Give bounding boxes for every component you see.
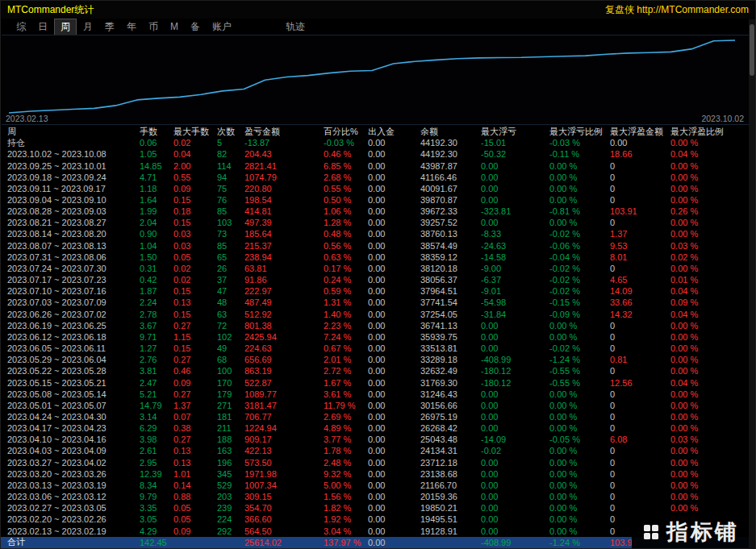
table-row[interactable]: 2023.08.28 ~ 2023.09.031.990.1885414.811… xyxy=(1,206,750,217)
cell-mflp: -1.24 % xyxy=(549,538,610,547)
tab-综[interactable]: 综 xyxy=(10,19,31,35)
cell-count: 72 xyxy=(217,321,244,331)
cell-balance: 32632.49 xyxy=(420,366,481,376)
column-header-balance[interactable]: 余额 xyxy=(420,126,481,138)
cell-mfp: 103.91 xyxy=(610,206,670,216)
tab-备[interactable]: 备 xyxy=(185,19,206,35)
cell-mfp: 14.09 xyxy=(610,286,670,296)
cell-mfl: 0.00 xyxy=(481,218,549,227)
cell-count: 196 xyxy=(217,458,244,468)
tab-币[interactable]: 币 xyxy=(143,19,164,35)
cell-mflp: 0.00 % xyxy=(549,161,610,171)
cell-mfpp: 0.03 % xyxy=(670,241,743,251)
table-row[interactable]: 2023.09.11 ~ 2023.09.171.180.0975220.800… xyxy=(1,183,750,194)
table-row[interactable]: 2023.08.07 ~ 2023.08.131.040.0385215.370… xyxy=(1,240,750,252)
column-header-mfp[interactable]: 最大浮盈金额 xyxy=(610,126,670,138)
table-row[interactable]: 2023.05.22 ~ 2023.05.283.810.46100863.19… xyxy=(1,365,750,376)
cell-max_lots: 0.13 xyxy=(173,458,217,468)
table-row[interactable]: 2023.09.25 ~ 2023.10.0114.852.001142821.… xyxy=(1,160,750,171)
column-header-mfpp[interactable]: 最大浮盈比例 xyxy=(670,126,743,138)
table-row[interactable]: 2023.04.24 ~ 2023.04.303.140.07181706.77… xyxy=(1,411,750,422)
table-row[interactable]: 2023.07.03 ~ 2023.07.092.240.1348487.491… xyxy=(1,297,750,308)
table-row[interactable]: 2023.09.18 ~ 2023.09.244.710.55941074.79… xyxy=(1,172,750,183)
scrollbar-thumb[interactable] xyxy=(750,24,754,76)
cell-lots: 2.95 xyxy=(140,458,173,468)
cell-balance: 39870.87 xyxy=(420,195,481,205)
cell-max_lots: 0.09 xyxy=(173,378,217,388)
cell-mflp: 0.00 % xyxy=(549,480,610,490)
column-header-pct[interactable]: 百分比% xyxy=(324,126,368,138)
table-row[interactable]: 2023.06.05 ~ 2023.06.111.270.1549224.630… xyxy=(1,343,750,354)
cell-mfp: 18.66 xyxy=(610,149,670,159)
table-row[interactable]: 2023.07.10 ~ 2023.07.161.870.1547222.970… xyxy=(1,285,750,297)
cell-mfl: -31.84 xyxy=(481,310,549,319)
column-header-lots[interactable]: 手数 xyxy=(140,126,173,138)
column-header-count[interactable]: 次数 xyxy=(217,126,244,138)
table-row[interactable]: 2023.05.01 ~ 2023.05.0714.791.372713181.… xyxy=(1,400,750,411)
table-row[interactable]: 2023.03.20 ~ 2023.03.2612.391.013451971.… xyxy=(1,468,750,480)
tab-周[interactable]: 周 xyxy=(54,19,77,35)
cell-cashflow: 0.00 xyxy=(368,355,420,364)
cell-period: 2023.06.12 ~ 2023.06.18 xyxy=(7,332,140,342)
table-row[interactable]: 2023.04.17 ~ 2023.04.236.290.382111224.9… xyxy=(1,422,750,434)
table-row[interactable]: 2023.08.14 ~ 2023.08.200.900.0373185.640… xyxy=(1,228,750,239)
cell-count: 37 xyxy=(217,275,244,285)
cell-lots: 8.34 xyxy=(140,480,173,490)
tab-日[interactable]: 日 xyxy=(32,19,53,35)
table-row[interactable]: 2023.06.19 ~ 2023.06.253.670.2772801.382… xyxy=(1,320,750,331)
cell-cashflow: 0.00 xyxy=(368,492,420,501)
column-header-pnl[interactable]: 盈亏金额 xyxy=(244,126,324,138)
column-header-max_lots[interactable]: 最大手数 xyxy=(173,126,217,138)
cell-mfpp: 0.00 % xyxy=(670,343,743,353)
cell-lots: 3.98 xyxy=(140,435,173,444)
tab-trajectory[interactable]: 轨迹 xyxy=(280,19,311,35)
cell-mflp: 0.00 % xyxy=(549,446,610,455)
table-row[interactable]: 2023.03.13 ~ 2023.03.198.340.145291007.3… xyxy=(1,480,750,491)
table-row[interactable]: 2023.05.08 ~ 2023.05.145.210.271791089.7… xyxy=(1,389,750,400)
table-row[interactable]: 2023.07.31 ~ 2023.08.061.500.0565238.940… xyxy=(1,252,750,263)
table-row[interactable]: 2023.06.26 ~ 2023.07.022.780.1563512.921… xyxy=(1,309,750,320)
cell-pnl: 204.43 xyxy=(244,149,324,159)
cell-pct: 3.77 % xyxy=(324,435,368,444)
table-row[interactable]: 2023.05.15 ~ 2023.05.212.470.09170522.87… xyxy=(1,376,750,388)
cell-lots: 14.85 xyxy=(140,161,173,171)
cell-count: 94 xyxy=(217,173,244,182)
tab-年[interactable]: 年 xyxy=(121,19,142,35)
cell-mfpp: 0.00 % xyxy=(670,412,743,422)
tab-M[interactable]: M xyxy=(165,20,184,33)
chart-start-date: 2023.02.13 xyxy=(6,114,48,123)
cell-pct: 1.31 % xyxy=(324,297,368,307)
mtcommander-window: MTCommander统计 复盘侠 http://MTCommander.com… xyxy=(0,0,756,549)
cell-period: 2023.03.06 ~ 2023.03.12 xyxy=(7,492,140,501)
cell-lots: 4.29 xyxy=(140,526,173,536)
cell-mfpp: 0.00 % xyxy=(670,321,743,331)
table-row[interactable]: 2023.06.12 ~ 2023.06.189.711.151022425.9… xyxy=(1,331,750,343)
tab-月[interactable]: 月 xyxy=(77,19,98,35)
table-row[interactable]: 2023.05.29 ~ 2023.06.042.760.2768656.692… xyxy=(1,354,750,365)
table-row[interactable]: 2023.04.03 ~ 2023.04.092.610.13163422.13… xyxy=(1,445,750,456)
brand-link[interactable]: 复盘侠 http://MTCommander.com xyxy=(605,3,749,17)
table-row[interactable]: 2023.10.02 ~ 2023.10.081.050.0482204.430… xyxy=(1,148,750,160)
cell-max_lots: 0.38 xyxy=(173,423,217,433)
column-header-mfl[interactable]: 最大浮亏 xyxy=(481,126,549,138)
table-row[interactable]: 持仓0.060.025-13.87-0.03 %0.0044192.30-15.… xyxy=(1,137,750,148)
vertical-scrollbar[interactable] xyxy=(749,19,755,549)
table-row[interactable]: 2023.09.04 ~ 2023.09.101.640.1576198.540… xyxy=(1,194,750,206)
menu-tabs: 综日周月季年币M备账户 xyxy=(10,19,238,35)
column-header-cashflow[interactable]: 出入金 xyxy=(368,126,420,138)
column-header-period[interactable]: 周 xyxy=(7,126,140,138)
table-row[interactable]: 2023.07.24 ~ 2023.07.300.310.022663.810.… xyxy=(1,263,750,274)
table-row[interactable]: 2023.04.10 ~ 2023.04.163.980.27188909.17… xyxy=(1,434,750,445)
table-row[interactable]: 2023.03.06 ~ 2023.03.129.790.88203309.15… xyxy=(1,491,750,502)
cell-mfp: 0 xyxy=(610,161,670,171)
cell-lots: 14.79 xyxy=(140,401,173,410)
cell-pnl: 198.54 xyxy=(244,195,324,205)
table-row[interactable]: 2023.03.27 ~ 2023.04.022.950.13196573.50… xyxy=(1,457,750,468)
table-row[interactable]: 2023.08.21 ~ 2023.08.272.040.15103497.39… xyxy=(1,217,750,228)
table-row[interactable]: 2023.07.17 ~ 2023.07.230.420.023791.860.… xyxy=(1,274,750,285)
table-row[interactable]: 2023.02.27 ~ 2023.03.053.350.05239354.70… xyxy=(1,502,750,514)
cell-cashflow: 0.00 xyxy=(368,161,420,171)
tab-账户[interactable]: 账户 xyxy=(207,19,237,35)
column-header-mflp[interactable]: 最大浮亏比例 xyxy=(549,126,610,138)
tab-季[interactable]: 季 xyxy=(99,19,120,35)
